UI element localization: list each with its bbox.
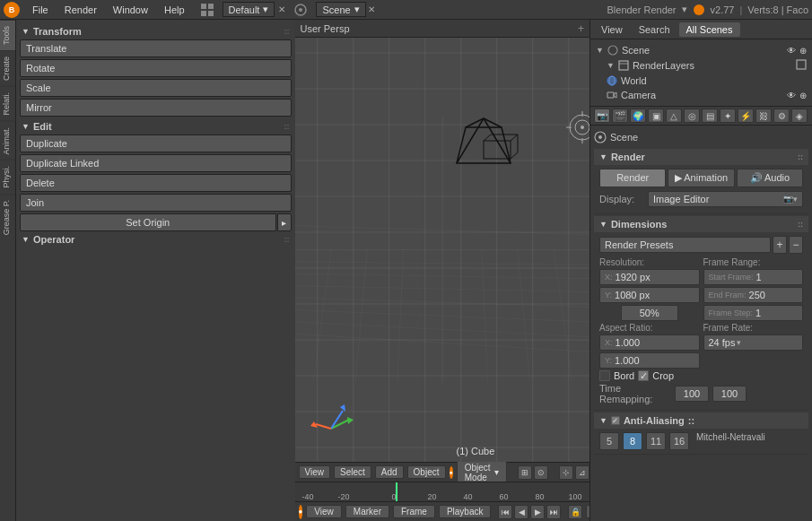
tab-animation[interactable]: Animat. (0, 121, 15, 161)
aa-checkbox[interactable]: ✓ (611, 416, 620, 425)
bord-checkbox[interactable] (599, 370, 610, 381)
scene-tree-renderlayers[interactable]: ▼ RenderLayers (605, 57, 808, 74)
crop-checkbox[interactable]: ✓ (638, 370, 649, 381)
tab-icon-constraints[interactable]: ⛓ (755, 109, 772, 123)
end-frame-field[interactable]: End Fram: 250 (703, 287, 804, 303)
timeline-frame-btn[interactable]: Frame (393, 505, 435, 518)
aspect-y-field[interactable]: Y: 1.000 (599, 352, 700, 369)
tab-icon-render[interactable]: 📷 (594, 109, 610, 123)
mirror-button[interactable]: Mirror (20, 99, 292, 117)
display-field[interactable]: Image Editor 📷 ▾ (648, 191, 803, 207)
transform-icon1[interactable]: ⊹ (559, 465, 573, 480)
layer-icon[interactable]: ⊞ (518, 465, 532, 480)
tab-icon-world[interactable]: 🌍 (630, 109, 646, 123)
render-still-button[interactable]: Render (599, 169, 666, 187)
play-icon[interactable]: ▶ (530, 505, 545, 519)
tab-create[interactable]: Create (0, 50, 15, 86)
tab-icon-mesh[interactable]: △ (666, 109, 682, 123)
render-section-header[interactable]: ▼ Render :: (594, 149, 808, 165)
aa-5-button[interactable]: 5 (599, 432, 619, 450)
viewport-view-menu[interactable]: View (299, 465, 331, 479)
render-animation-button[interactable]: ▶ Animation (668, 169, 734, 187)
right-search-btn[interactable]: Search (632, 22, 677, 37)
object-mode-selector[interactable]: Object Mode▾ (457, 461, 507, 484)
tab-grease[interactable]: Grease P. (0, 194, 15, 240)
tab-icon-texture[interactable]: ▤ (702, 109, 718, 123)
duplicate-button[interactable]: Duplicate (20, 135, 292, 152)
set-origin-arrow-button[interactable]: ▸ (277, 213, 292, 231)
time-new-field[interactable]: 100 (712, 386, 747, 402)
set-origin-button[interactable]: Set Origin (20, 213, 276, 231)
presets-remove-button[interactable]: − (789, 236, 803, 254)
duplicate-linked-button[interactable]: Duplicate Linked (20, 154, 292, 172)
blender-icon[interactable]: B (4, 2, 20, 18)
scene-close-icon[interactable]: ✕ (368, 4, 375, 14)
rl-icon2[interactable] (796, 59, 807, 72)
render-audio-button[interactable]: 🔊 Audio (737, 169, 803, 187)
tab-icon-physics[interactable]: ⚡ (738, 109, 754, 123)
operator-section-header[interactable]: ▼ Operator :: (20, 231, 292, 247)
viewport-canvas[interactable]: (1) Cube (295, 38, 590, 462)
aa-section-header[interactable]: ▼ ✓ Anti-Aliasing :: (594, 412, 808, 429)
aa-8-button[interactable]: 8 (623, 432, 642, 450)
viewport-add-menu[interactable]: Add (375, 465, 404, 479)
res-y-field[interactable]: Y: 1080 px (599, 287, 700, 303)
translate-button[interactable]: Translate (20, 39, 292, 57)
sync-icon[interactable]: 🔒 (568, 505, 582, 519)
tab-icon-object[interactable]: ▣ (648, 109, 664, 123)
local-icon[interactable]: ⊙ (534, 465, 548, 480)
tab-icon-scene[interactable]: 🎬 (612, 109, 628, 123)
percent-field[interactable]: 50% (621, 305, 678, 321)
tab-physics[interactable]: Physi. (0, 160, 15, 194)
tab-icon-modifiers[interactable]: ⚙ (773, 109, 790, 123)
transform-section-header[interactable]: ▼ Transform :: (20, 23, 292, 39)
scene-tree-world[interactable]: World (605, 74, 808, 88)
timeline-ruler[interactable]: -40 -20 0 20 40 60 80 100 120 140 160 18… (295, 482, 590, 501)
edit-section-header[interactable]: ▼ Edit :: (20, 118, 292, 135)
tab-icon-particles[interactable]: ✦ (720, 109, 736, 123)
aa-11-button[interactable]: 11 (646, 432, 666, 450)
time-old-field[interactable]: 100 (675, 386, 709, 402)
scene-cursor[interactable]: ⊕ (799, 46, 807, 56)
jump-end-icon[interactable]: ⏭ (546, 505, 561, 519)
scene-tree-scene[interactable]: ▼ Scene 👁 ⊕ (594, 43, 808, 57)
tab-icon-data[interactable]: ◈ (791, 109, 808, 123)
presets-field[interactable]: Render Presets (599, 237, 771, 253)
start-frame-field[interactable]: Start Frame: 1 (703, 269, 804, 285)
scale-button[interactable]: Scale (20, 79, 292, 97)
timeline-playback-btn[interactable]: Playback (439, 505, 492, 518)
jump-start-icon[interactable]: ⏮ (498, 505, 512, 519)
join-button[interactable]: Join (20, 194, 292, 212)
play-back-icon[interactable]: ◀ (514, 505, 528, 519)
scene-visibility[interactable]: 👁 (787, 46, 796, 56)
presets-add-button[interactable]: + (773, 236, 787, 254)
fps-field[interactable]: 24 fps ▾ (703, 334, 804, 351)
camera-cursor-icon[interactable]: ⊕ (799, 91, 807, 100)
current-frame-field[interactable]: 1 (586, 505, 589, 518)
viewport-add-button[interactable]: + (578, 22, 584, 35)
transform-icon2[interactable]: ⊿ (575, 465, 589, 480)
scene-tree-camera[interactable]: Camera 👁 ⊕ (605, 88, 808, 102)
menu-window[interactable]: Window (106, 3, 155, 17)
camera-visibility[interactable]: 👁 (787, 91, 796, 100)
scene-selector[interactable]: Scene ▾ (316, 2, 365, 17)
layout-selector[interactable]: Default ▾ (223, 2, 275, 17)
delete-button[interactable]: Delete (20, 174, 292, 192)
timeline-view-btn[interactable]: View (306, 505, 342, 518)
dimensions-section-header[interactable]: ▼ Dimensions :: (594, 216, 808, 232)
aspect-x-field[interactable]: X: 1.000 (599, 334, 700, 351)
viewport-select-menu[interactable]: Select (334, 465, 371, 479)
frame-step-field[interactable]: Frame Step: 1 (703, 305, 804, 321)
right-view-btn[interactable]: View (594, 22, 630, 37)
tab-tools[interactable]: Tools (0, 20, 15, 50)
aa-16-button[interactable]: 16 (669, 432, 689, 450)
res-x-field[interactable]: X: 1920 px (599, 269, 700, 285)
menu-help[interactable]: Help (157, 3, 192, 17)
timeline-marker-btn[interactable]: Marker (345, 505, 389, 518)
menu-file[interactable]: File (25, 3, 56, 17)
layout-close-icon[interactable]: ✕ (278, 4, 285, 14)
tab-relations[interactable]: Relati. (0, 86, 15, 121)
tab-icon-material[interactable]: ◎ (684, 109, 700, 123)
right-all-scenes-btn[interactable]: All Scenes (679, 22, 740, 37)
viewport-object-menu[interactable]: Object (407, 465, 446, 479)
